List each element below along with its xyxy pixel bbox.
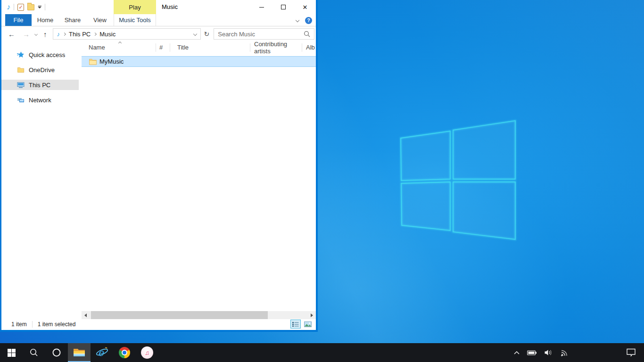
action-center-icon[interactable] — [626, 348, 636, 357]
maximize-icon — [281, 5, 286, 9]
help-icon[interactable]: ? — [305, 17, 312, 24]
folder-icon — [89, 58, 97, 65]
wifi-network-icon[interactable] — [560, 349, 569, 356]
column-header-album[interactable]: Alb — [302, 41, 316, 53]
search-icon — [30, 348, 38, 357]
tab-home[interactable]: Home — [32, 14, 59, 26]
breadcrumb-music[interactable]: Music — [99, 31, 116, 38]
forward-button: → — [23, 31, 30, 38]
taskbar: e ♫ — [0, 343, 644, 362]
address-dropdown-chevron-icon[interactable] — [193, 32, 197, 36]
file-list-pane: Name # Title Contributing artists Alb My… — [82, 41, 316, 319]
close-button[interactable]: ✕ — [294, 0, 316, 14]
tab-view[interactable]: View — [86, 14, 114, 26]
cortana-button[interactable] — [45, 343, 68, 362]
details-view-button[interactable] — [290, 320, 301, 329]
taskbar-itunes-button[interactable]: ♫ — [136, 343, 158, 362]
quick-access-toolbar: ♪ ✓ — [1, 3, 45, 11]
title-bar: ♪ ✓ Play Music ✕ — [1, 0, 316, 14]
recent-locations-chevron-icon[interactable] — [34, 32, 38, 35]
status-divider — [32, 321, 33, 328]
details-view-icon — [292, 321, 299, 327]
address-bar: ← → ↑ ♪ This PC Music ↻ — [1, 26, 316, 41]
toolbar-separator — [45, 4, 45, 10]
sidebar-item-label: Network — [29, 97, 51, 104]
column-header-contributing-artists[interactable]: Contributing artists — [250, 41, 302, 53]
navigation-pane: Quick access OneDrive This PC — [1, 41, 79, 319]
file-row-mymusic[interactable]: MyMusic — [82, 56, 316, 67]
windows-start-icon — [8, 349, 16, 357]
maximize-button[interactable] — [272, 0, 294, 14]
scrollbar-thumb[interactable] — [91, 311, 268, 319]
breadcrumb-this-pc[interactable]: This PC — [69, 31, 91, 38]
battery-icon[interactable] — [527, 349, 537, 357]
ribbon-right-controls: ? — [296, 14, 312, 26]
new-folder-icon[interactable] — [27, 4, 34, 10]
internet-explorer-icon: e — [96, 346, 108, 359]
tab-share[interactable]: Share — [59, 14, 86, 26]
horizontal-scrollbar[interactable] — [82, 311, 316, 319]
volume-icon[interactable] — [544, 349, 553, 356]
file-explorer-window: ♪ ✓ Play Music ✕ File Home Share View Mu… — [0, 0, 318, 332]
itunes-icon: ♫ — [141, 346, 153, 359]
customize-toolbar-dropdown-icon[interactable] — [38, 6, 41, 8]
hidden-icons-chevron-icon[interactable] — [513, 350, 520, 355]
column-header-track-number[interactable]: # — [156, 41, 170, 53]
sidebar-item-label: This PC — [29, 82, 50, 89]
column-headers: Name # Title Contributing artists Alb — [82, 41, 316, 53]
quick-access-star-icon — [17, 51, 25, 58]
ribbon-tabs: File Home Share View Music Tools ? — [1, 14, 316, 26]
windows-logo-wallpaper — [391, 113, 523, 250]
chrome-icon — [119, 347, 130, 358]
taskbar-internet-explorer-button[interactable]: e — [91, 343, 113, 362]
search-input[interactable] — [214, 31, 304, 38]
status-bar: 1 item 1 item selected — [1, 319, 316, 329]
location-music-icon: ♪ — [57, 31, 60, 38]
scroll-right-arrow-icon[interactable] — [308, 311, 316, 319]
explorer-content: Quick access OneDrive This PC — [1, 41, 316, 319]
start-button[interactable] — [0, 343, 23, 362]
onedrive-folder-icon — [17, 66, 25, 74]
up-button[interactable]: ↑ — [43, 31, 47, 38]
selection-count: 1 item selected — [38, 321, 76, 328]
tab-music-tools[interactable]: Music Tools — [114, 14, 156, 26]
column-header-name[interactable]: Name — [82, 41, 156, 53]
sidebar-item-onedrive[interactable]: OneDrive — [1, 65, 79, 75]
sidebar-item-network[interactable]: Network — [1, 95, 79, 105]
taskbar-file-explorer-button[interactable] — [68, 343, 91, 362]
search-icon[interactable] — [304, 31, 310, 37]
breadcrumb-chevron-icon[interactable] — [93, 32, 97, 35]
search-box — [214, 28, 314, 40]
window-controls: ✕ — [251, 0, 316, 14]
file-name: MyMusic — [99, 58, 124, 65]
file-explorer-icon — [73, 347, 85, 357]
thumbnail-view-icon — [304, 321, 312, 327]
network-computers-icon — [17, 96, 25, 104]
sidebar-item-label: OneDrive — [29, 66, 55, 74]
sidebar-item-this-pc[interactable]: This PC — [1, 80, 79, 90]
svg-text:e: e — [98, 347, 104, 358]
breadcrumb-chevron-icon[interactable] — [63, 32, 66, 35]
close-icon: ✕ — [303, 4, 308, 11]
sidebar-item-quick-access[interactable]: Quick access — [1, 49, 79, 60]
taskbar-chrome-button[interactable] — [113, 343, 136, 362]
this-pc-monitor-icon — [17, 81, 25, 89]
items-count: 1 item — [11, 321, 27, 328]
tab-play[interactable]: Play — [114, 0, 156, 14]
address-breadcrumb-box[interactable]: ♪ This PC Music — [53, 28, 201, 40]
refresh-button[interactable]: ↻ — [204, 30, 210, 38]
ribbon-collapse-chevron-icon[interactable] — [296, 18, 299, 22]
toolbar-separator — [14, 4, 14, 10]
large-icons-view-button[interactable] — [303, 320, 313, 329]
tab-file[interactable]: File — [5, 14, 32, 26]
back-button[interactable]: ← — [8, 31, 15, 38]
minimize-button[interactable] — [251, 0, 272, 14]
app-music-icon: ♪ — [7, 3, 10, 11]
column-header-title[interactable]: Title — [170, 41, 250, 53]
cortana-circle-icon — [52, 348, 61, 357]
properties-icon[interactable]: ✓ — [17, 4, 24, 11]
scroll-left-arrow-icon[interactable] — [82, 311, 90, 319]
sidebar-item-label: Quick access — [29, 51, 65, 58]
taskbar-search-button[interactable] — [23, 343, 45, 362]
system-tray — [513, 343, 644, 362]
